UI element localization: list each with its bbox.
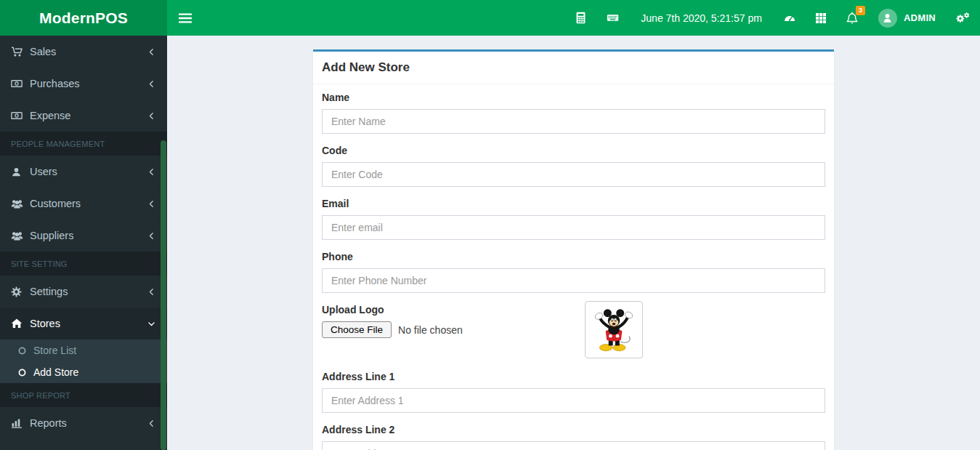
gear-icon (11, 286, 30, 297)
main-content: Add New Store Name Code Email Phone Uplo… (167, 36, 980, 450)
navbar-right: June 7th 2020, 5:21:57 pm 3 ADMIN (565, 0, 980, 36)
sidebar-subitem-store-list[interactable]: Store List (0, 339, 167, 361)
keyboard-icon (606, 12, 620, 24)
sidebar-item-users[interactable]: Users (0, 156, 167, 188)
choose-file-button[interactable]: Choose File (322, 321, 392, 338)
email-input[interactable] (322, 215, 825, 240)
upload-logo-label: Upload Logo (322, 304, 825, 316)
apps-grid-button[interactable] (806, 0, 836, 36)
address2-input[interactable] (322, 441, 825, 450)
address2-label: Address Line 2 (322, 424, 825, 435)
sidebar-toggle-button[interactable] (167, 0, 203, 36)
settings-menu-button[interactable] (946, 0, 980, 36)
menu-icon (179, 13, 192, 23)
avatar (878, 9, 897, 28)
chevron-left-icon (147, 419, 156, 428)
add-store-card: Add New Store Name Code Email Phone Uplo… (313, 49, 834, 450)
address2-field-group: Address Line 2 (322, 424, 825, 450)
sidebar-item-expense[interactable]: Expense (0, 100, 167, 132)
chevron-left-icon (147, 231, 156, 241)
bar-chart-icon (11, 417, 30, 429)
home-icon (11, 318, 30, 329)
chevron-left-icon (147, 199, 156, 209)
sidebar-section-site-setting: SITE SETTING (0, 252, 167, 276)
name-label: Name (322, 92, 825, 103)
address1-input[interactable] (322, 388, 825, 413)
address1-field-group: Address Line 1 (322, 371, 825, 413)
sidebar-section-people-management: PEOPLE MANAGEMENT (0, 132, 167, 156)
sidebar-item-sales[interactable]: Sales (0, 36, 167, 68)
file-input-row: Choose File No file chosen (322, 321, 825, 338)
datetime-display: June 7th 2020, 5:21:57 pm (629, 12, 774, 24)
address1-label: Address Line 1 (322, 371, 825, 382)
email-field-group: Email (322, 198, 825, 240)
user-icon (11, 166, 30, 177)
notification-badge: 3 (856, 6, 865, 15)
sidebar-scrollbar[interactable] (161, 140, 166, 450)
mickey-mouse-illustration (587, 303, 641, 356)
top-header: ModernPOS June 7th 2020, 5:21:57 pm 3 (0, 0, 980, 36)
name-input[interactable] (322, 109, 825, 134)
chevron-left-icon (147, 287, 156, 297)
user-avatar-icon (881, 12, 894, 24)
email-label: Email (322, 198, 825, 209)
notifications-button[interactable]: 3 (836, 0, 868, 36)
card-header: Add New Store (313, 52, 834, 84)
dashboard-button[interactable] (774, 0, 806, 36)
calculator-icon (575, 12, 587, 24)
app-logo[interactable]: ModernPOS (0, 0, 167, 36)
chevron-left-icon (147, 111, 156, 121)
sidebar-item-settings[interactable]: Settings (0, 276, 167, 308)
sidebar: Sales Purchases Expense PEOPLE MANAGEMEN… (0, 36, 167, 450)
code-field-group: Code (322, 145, 825, 187)
user-menu[interactable]: ADMIN (868, 0, 946, 36)
phone-label: Phone (322, 251, 825, 262)
cart-icon (11, 46, 30, 57)
sidebar-item-reports[interactable]: Reports (0, 407, 167, 439)
chevron-left-icon (147, 47, 156, 57)
navbar: June 7th 2020, 5:21:57 pm 3 ADMIN (167, 0, 980, 36)
apps-grid-icon (815, 12, 827, 24)
sidebar-section-shop-report: SHOP REPORT (0, 383, 167, 407)
page-title: Add New Store (322, 60, 410, 74)
file-status-text: No file chosen (398, 324, 463, 336)
phone-input[interactable] (322, 268, 825, 293)
keyboard-button[interactable] (596, 0, 629, 36)
circle-o-icon (17, 368, 33, 377)
user-name: ADMIN (904, 12, 936, 23)
money-icon (11, 110, 30, 121)
chevron-left-icon (147, 167, 156, 177)
phone-field-group: Phone (322, 251, 825, 293)
card-body: Name Code Email Phone Upload Logo Choose… (313, 84, 834, 450)
money-icon (11, 78, 30, 89)
code-label: Code (322, 145, 825, 156)
upload-logo-group: Upload Logo Choose File No file chosen (322, 304, 825, 362)
dashboard-icon (783, 12, 796, 24)
sidebar-item-customers[interactable]: Customers (0, 188, 167, 220)
users-icon (11, 230, 30, 242)
cogs-icon (955, 12, 971, 24)
sidebar-item-stores[interactable]: Stores (0, 308, 167, 339)
calculator-button[interactable] (565, 0, 596, 36)
chevron-left-icon (147, 79, 156, 89)
users-icon (11, 198, 30, 210)
stores-submenu: Store List Add Store (0, 339, 167, 383)
name-field-group: Name (322, 92, 825, 134)
chevron-down-icon (147, 319, 156, 329)
sidebar-item-suppliers[interactable]: Suppliers (0, 220, 167, 252)
sidebar-subitem-add-store[interactable]: Add Store (0, 361, 167, 383)
circle-o-icon (17, 346, 33, 355)
logo-preview-image (585, 301, 643, 358)
code-input[interactable] (322, 162, 825, 187)
sidebar-item-purchases[interactable]: Purchases (0, 68, 167, 100)
